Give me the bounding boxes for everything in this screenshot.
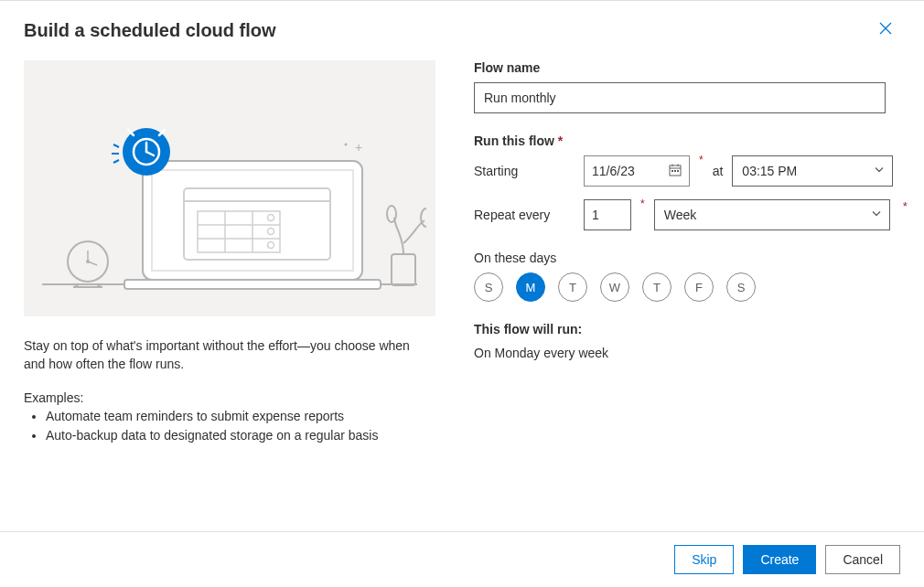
day-thursday[interactable]: T bbox=[642, 272, 672, 302]
required-asterisk: * bbox=[558, 133, 563, 148]
repeat-interval-input[interactable] bbox=[584, 199, 631, 230]
svg-rect-35 bbox=[674, 170, 676, 172]
run-this-flow-label: Run this flow * bbox=[474, 133, 908, 148]
description-text: Stay on top of what's important without … bbox=[24, 336, 428, 374]
cancel-button[interactable]: Cancel bbox=[825, 545, 900, 574]
close-button[interactable] bbox=[871, 17, 900, 44]
dialog-title: Build a scheduled cloud flow bbox=[24, 20, 276, 41]
svg-line-24 bbox=[113, 160, 119, 163]
required-asterisk: * bbox=[699, 154, 704, 166]
svg-point-28 bbox=[421, 208, 426, 227]
repeat-row: Repeat every * Week * bbox=[474, 199, 908, 230]
right-column: Flow name Run this flow * Starting 11/6/… bbox=[452, 60, 908, 531]
repeat-every-label: Repeat every bbox=[474, 208, 575, 222]
example-item: Auto-backup data to designated storage o… bbox=[46, 426, 428, 445]
dialog-footer: Skip Create Cancel bbox=[0, 531, 924, 587]
on-these-days-label: On these days bbox=[474, 251, 908, 265]
svg-rect-7 bbox=[124, 280, 381, 289]
at-label: at bbox=[713, 164, 724, 178]
summary-heading: This flow will run: bbox=[474, 322, 908, 336]
examples-list: Automate team reminders to submit expens… bbox=[24, 407, 428, 445]
day-saturday[interactable]: S bbox=[726, 272, 756, 302]
example-item: Automate team reminders to submit expens… bbox=[46, 407, 428, 426]
dialog-header: Build a scheduled cloud flow bbox=[0, 1, 924, 51]
day-tuesday[interactable]: T bbox=[558, 272, 587, 302]
starting-date-input[interactable]: 11/6/23 bbox=[584, 155, 690, 187]
svg-rect-36 bbox=[677, 170, 679, 172]
chevron-down-icon bbox=[874, 165, 885, 178]
left-column: + Stay on top of what's important withou… bbox=[24, 60, 445, 531]
run-this-flow-text: Run this flow bbox=[474, 133, 554, 148]
svg-text:+: + bbox=[355, 140, 362, 155]
required-asterisk: * bbox=[903, 199, 908, 213]
starting-label: Starting bbox=[474, 164, 575, 178]
svg-point-29 bbox=[387, 206, 396, 222]
svg-rect-27 bbox=[392, 254, 415, 285]
day-friday[interactable]: F bbox=[684, 272, 714, 302]
run-this-flow-section: Run this flow * Starting 11/6/23 * at 03… bbox=[474, 133, 908, 230]
starting-date-value: 11/6/23 bbox=[592, 164, 635, 178]
required-asterisk: * bbox=[640, 197, 645, 210]
flow-name-section: Flow name bbox=[474, 60, 908, 113]
svg-line-4 bbox=[88, 261, 97, 265]
schedule-flow-dialog: Build a scheduled cloud flow bbox=[0, 0, 924, 587]
starting-time-select[interactable]: 03:15 PM bbox=[732, 155, 893, 187]
flow-name-input[interactable] bbox=[474, 82, 886, 113]
svg-line-22 bbox=[113, 144, 119, 147]
dialog-body: + Stay on top of what's important withou… bbox=[0, 51, 924, 531]
day-sunday[interactable]: S bbox=[474, 272, 503, 302]
day-wednesday[interactable]: W bbox=[600, 272, 629, 302]
summary-section: This flow will run: On Monday every week bbox=[474, 322, 908, 360]
close-icon bbox=[878, 21, 893, 36]
days-row: S M T W T F S bbox=[474, 272, 908, 302]
create-button[interactable]: Create bbox=[743, 545, 816, 574]
svg-rect-34 bbox=[672, 170, 673, 172]
illustration: + bbox=[24, 60, 435, 316]
flow-name-label: Flow name bbox=[474, 60, 908, 75]
calendar-icon bbox=[669, 164, 682, 179]
skip-button[interactable]: Skip bbox=[674, 545, 734, 574]
starting-row: Starting 11/6/23 * at 03:15 PM bbox=[474, 155, 908, 187]
starting-time-value: 03:15 PM bbox=[742, 164, 797, 178]
days-section: On these days S M T W T F S bbox=[474, 251, 908, 302]
svg-point-26 bbox=[345, 144, 348, 146]
repeat-unit-select[interactable]: Week bbox=[654, 199, 890, 230]
day-monday[interactable]: M bbox=[516, 272, 545, 302]
examples-heading: Examples: bbox=[24, 390, 428, 405]
repeat-unit-value: Week bbox=[664, 208, 697, 222]
chevron-down-icon bbox=[871, 208, 882, 222]
summary-text: On Monday every week bbox=[474, 346, 608, 360]
